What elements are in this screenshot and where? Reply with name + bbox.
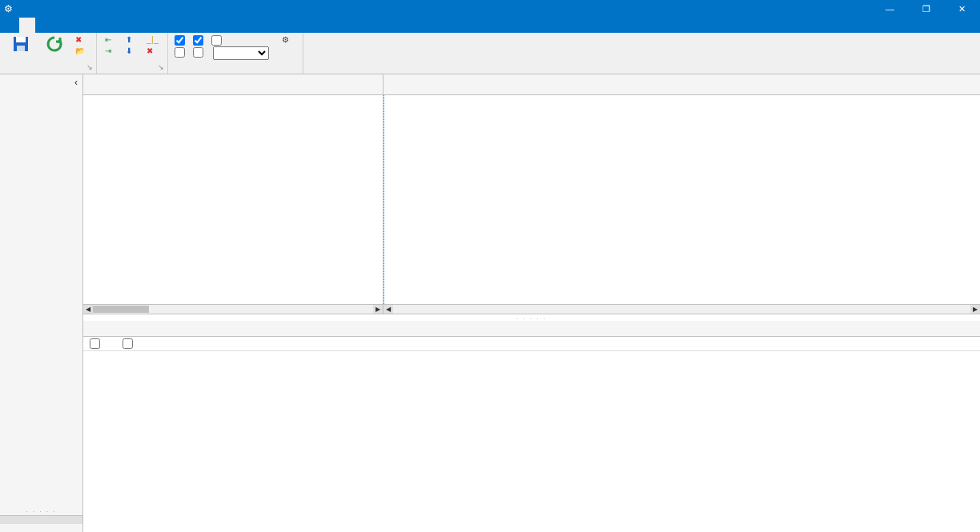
gear-icon: ⚙ [282,35,291,45]
task-filter-row [83,337,980,351]
svg-rect-1 [16,37,26,42]
scale-select[interactable] [213,46,269,60]
current-date-line [384,95,384,304]
open-button[interactable]: 📂 [72,46,91,57]
resources-checkbox[interactable] [173,46,190,58]
scroll-left-icon[interactable]: ◀ [83,305,93,314]
remove-split-icon: ✖ [147,46,156,56]
split-stage-button[interactable]: ⎯|⎯ [143,34,163,46]
app-icon: ⚙ [4,3,13,14]
pane-splitter-dots[interactable]: . . . . . [83,314,980,321]
edit-stages-launcher[interactable]: ↘ [86,62,93,72]
refresh-button[interactable] [38,34,70,54]
scroll-thumb[interactable] [93,306,149,313]
grid-hscroll[interactable]: ◀ ▶ [83,304,383,314]
indent-right-button[interactable]: ⇥ [102,46,121,57]
scale-row [210,46,269,60]
gantt-hscroll[interactable]: ◀ ▶ [384,304,980,314]
nav-group-advanced[interactable] [0,524,82,532]
group-label-edit-stages: ↘ [5,62,91,72]
properties-checkbox[interactable] [173,34,190,46]
baseline-checkbox[interactable] [191,34,208,46]
move-up-button[interactable]: ⬆ [122,34,142,46]
ribbon: ✖ 📂 ↘ ⇤ ⇥ ⬆ ⬇ ⎯|⎯ ✖ ↘ [0,33,980,74]
ribbon-tab-reports[interactable] [35,18,51,33]
scroll-right-icon[interactable]: ▶ [970,305,980,314]
ribbon-tab-main[interactable] [3,18,19,33]
svg-rect-2 [17,46,25,51]
move-down-button[interactable]: ⬇ [122,46,142,57]
move-down-icon: ⬇ [126,46,135,56]
options-button[interactable]: ⚙ [279,34,298,46]
nav-splitter-dots[interactable]: . . . . . [0,505,82,515]
stage-grid: ◀ ▶ [83,74,384,314]
detail-tabs [83,321,980,337]
ribbon-tabs [0,18,980,33]
delete-icon: ✖ [75,35,85,45]
refresh-icon [45,34,64,54]
group-label-move-indent: ↘ [102,62,163,72]
close-button[interactable]: ✕ [944,0,980,18]
title-bar: ⚙ ― ❐ ✕ [0,0,980,18]
remove-split-button[interactable]: ✖ [143,46,163,57]
split-icon: ⎯|⎯ [147,35,156,45]
gantt-chart: ◀ ▶ [384,74,980,314]
nav-collapse-button[interactable]: ‹ [74,77,78,88]
task-grid [83,351,980,532]
indent-left-icon: ⇤ [105,35,114,45]
save-icon [11,34,30,54]
navbar: ‹ . . . . . [0,74,83,532]
minimize-button[interactable]: ― [872,0,908,18]
open-icon: 📂 [75,46,85,56]
scroll-right-icon[interactable]: ▶ [373,305,383,314]
show-completed-checkbox[interactable] [88,338,105,350]
delete-button[interactable]: ✖ [72,34,91,46]
indent-right-icon: ⇥ [105,46,114,56]
save-button[interactable] [5,34,37,54]
critical-path-checkbox[interactable] [191,46,208,58]
move-indent-launcher[interactable]: ↘ [158,62,164,72]
maximize-button[interactable]: ❐ [908,0,944,18]
group-label-options [173,62,298,72]
indent-left-button[interactable]: ⇤ [102,34,121,46]
move-up-icon: ⬆ [126,35,135,45]
show-weekends-checkbox[interactable] [210,34,269,46]
show-all-stages-checkbox[interactable] [121,338,138,350]
nav-group-main[interactable] [0,516,82,524]
ribbon-tab-planning[interactable] [19,18,35,33]
scroll-left-icon[interactable]: ◀ [384,305,393,314]
